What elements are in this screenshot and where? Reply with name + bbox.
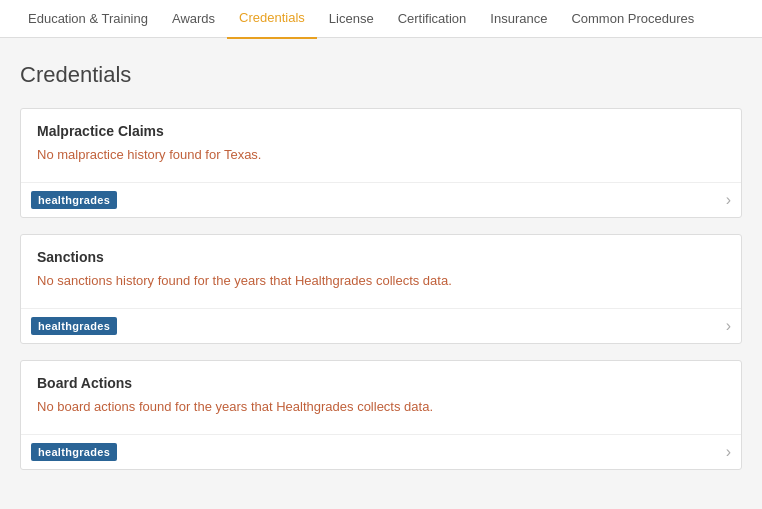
nav-item-awards[interactable]: Awards <box>160 0 227 38</box>
card-message-malpractice: No malpractice history found for Texas. <box>37 147 725 162</box>
healthgrades-badge-board-actions: healthgrades <box>31 443 117 461</box>
card-message-sanctions: No sanctions history found for the years… <box>37 273 725 288</box>
card-body-sanctions: SanctionsNo sanctions history found for … <box>21 235 741 308</box>
nav-item-education[interactable]: Education & Training <box>16 0 160 38</box>
cards-container: Malpractice ClaimsNo malpractice history… <box>20 108 742 470</box>
healthgrades-badge-sanctions: healthgrades <box>31 317 117 335</box>
card-sanctions: SanctionsNo sanctions history found for … <box>20 234 742 344</box>
card-body-malpractice: Malpractice ClaimsNo malpractice history… <box>21 109 741 182</box>
card-footer-sanctions: healthgrades› <box>21 308 741 343</box>
chevron-right-icon-sanctions[interactable]: › <box>726 317 731 335</box>
chevron-right-icon-malpractice[interactable]: › <box>726 191 731 209</box>
card-title-sanctions: Sanctions <box>37 249 725 265</box>
card-footer-board-actions: healthgrades› <box>21 434 741 469</box>
card-footer-malpractice: healthgrades› <box>21 182 741 217</box>
nav-item-insurance[interactable]: Insurance <box>478 0 559 38</box>
nav-item-common-procedures[interactable]: Common Procedures <box>559 0 706 38</box>
card-title-board-actions: Board Actions <box>37 375 725 391</box>
card-body-board-actions: Board ActionsNo board actions found for … <box>21 361 741 434</box>
card-malpractice: Malpractice ClaimsNo malpractice history… <box>20 108 742 218</box>
page-title: Credentials <box>20 62 742 88</box>
page-content: Credentials Malpractice ClaimsNo malprac… <box>0 38 762 509</box>
nav-item-certification[interactable]: Certification <box>386 0 479 38</box>
nav-item-license[interactable]: License <box>317 0 386 38</box>
card-board-actions: Board ActionsNo board actions found for … <box>20 360 742 470</box>
card-message-board-actions: No board actions found for the years tha… <box>37 399 725 414</box>
nav-item-credentials[interactable]: Credentials <box>227 0 317 39</box>
nav-bar: Education & TrainingAwardsCredentialsLic… <box>0 0 762 38</box>
chevron-right-icon-board-actions[interactable]: › <box>726 443 731 461</box>
healthgrades-badge-malpractice: healthgrades <box>31 191 117 209</box>
card-title-malpractice: Malpractice Claims <box>37 123 725 139</box>
